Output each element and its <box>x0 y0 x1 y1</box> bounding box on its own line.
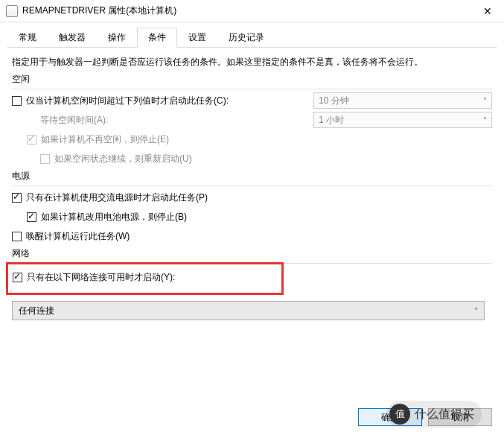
label-ac-only: 只有在计算机使用交流电源时才启动此任务(P) <box>26 191 208 204</box>
app-icon <box>6 5 18 17</box>
dialog-footer: 确定 取消 <box>352 408 492 426</box>
label-network-only: 只有在以下网络连接可用时才启动(Y): <box>27 271 175 284</box>
tab-actions[interactable]: 操作 <box>97 28 137 48</box>
tab-history[interactable]: 历史记录 <box>217 28 275 48</box>
select-wait-idle-value: 1 小时 <box>319 114 344 127</box>
tab-conditions[interactable]: 条件 <box>137 28 177 48</box>
label-stop-if-not-idle: 如果计算机不再空闲，则停止(E) <box>41 133 169 146</box>
checkbox-idle-start[interactable] <box>12 96 22 106</box>
select-idle-duration-value: 10 分钟 <box>319 95 349 107</box>
select-network-connection[interactable]: 任何连接 ˅ <box>12 301 485 320</box>
section-power-label: 电源 <box>12 170 492 182</box>
divider <box>12 185 492 186</box>
ok-button-label: 确定 <box>381 411 399 424</box>
select-network-value: 任何连接 <box>19 305 54 317</box>
checkbox-network-only[interactable] <box>13 273 22 282</box>
label-wait-idle: 等待空闲时间(A): <box>40 114 108 127</box>
checkbox-restart-if-idle <box>40 154 50 164</box>
label-idle-start: 仅当计算机空闲时间超过下列值时才启动此任务(C): <box>26 95 229 107</box>
section-idle-label: 空闲 <box>12 73 492 86</box>
ok-button[interactable]: 确定 <box>358 408 422 426</box>
chevron-down-icon: ˅ <box>483 116 487 124</box>
label-wake: 唤醒计算机运行此任务(W) <box>26 230 130 243</box>
chevron-down-icon: ˅ <box>474 307 478 315</box>
conditions-description: 指定用于与触发器一起判断是否应运行该任务的条件。如果这里指定的条件不是真，该任务… <box>12 55 492 69</box>
tab-triggers[interactable]: 触发器 <box>48 28 97 48</box>
divider <box>12 89 492 89</box>
title-bar: REMAPNETDRIVER 属性(本地计算机) ✕ <box>0 0 504 22</box>
select-idle-duration: 10 分钟 ˅ <box>313 92 492 109</box>
chevron-down-icon: ˅ <box>483 97 487 105</box>
tab-panel-conditions: 指定用于与触发器一起判断是否应运行该任务的条件。如果这里指定的条件不是真，该任务… <box>0 48 504 328</box>
label-restart-if-idle: 如果空闲状态继续，则重新启动(U) <box>54 153 192 165</box>
close-button[interactable]: ✕ <box>471 0 504 22</box>
window-title: REMAPNETDRIVER 属性(本地计算机) <box>22 4 176 17</box>
tab-strip: 常规 触发器 操作 条件 设置 历史记录 <box>7 27 497 48</box>
highlight-annotation: 只有在以下网络连接可用时才启动(Y): <box>6 262 284 295</box>
checkbox-ac-only[interactable] <box>12 193 22 203</box>
checkbox-stop-if-not-idle <box>27 135 36 145</box>
cancel-button[interactable]: 取消 <box>428 408 492 426</box>
checkbox-stop-on-battery[interactable] <box>27 212 36 222</box>
checkbox-wake[interactable] <box>12 232 22 241</box>
select-wait-idle: 1 小时 ˅ <box>313 112 492 128</box>
section-network-label: 网络 <box>12 247 492 260</box>
tab-general[interactable]: 常规 <box>7 28 48 48</box>
close-icon: ✕ <box>483 5 492 17</box>
label-stop-on-battery: 如果计算机改用电池电源，则停止(B) <box>41 211 187 223</box>
tab-settings[interactable]: 设置 <box>177 28 217 48</box>
cancel-button-label: 取消 <box>451 411 469 424</box>
